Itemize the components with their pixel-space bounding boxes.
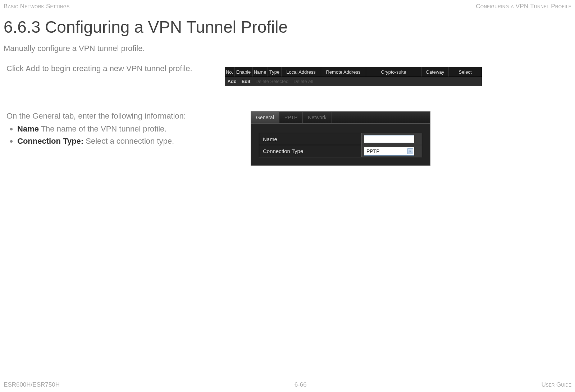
th-no: No.: [225, 67, 235, 77]
table-header-row: No. Enable Name Type Local Address Remot…: [225, 67, 482, 77]
table-button-row: Add Edit Delete Selected Delete All: [225, 77, 482, 86]
page-title: 6.6.3 Configuring a VPN Tunnel Profile: [4, 17, 575, 37]
th-local: Local Address: [282, 67, 321, 77]
step1-code: Add: [26, 65, 40, 74]
th-enable: Enable: [235, 67, 253, 77]
step1-pre: Click: [6, 64, 26, 73]
th-remote: Remote Address: [321, 67, 366, 77]
tab-general[interactable]: General: [251, 112, 279, 123]
page-footer: ESR600H/ESR750H 6-66 User Guide: [4, 381, 571, 388]
footer-right: User Guide: [541, 381, 571, 388]
name-input[interactable]: [364, 135, 414, 143]
tab-bar: General PPTP Network: [251, 112, 430, 124]
tab-pptp[interactable]: PPTP: [279, 112, 303, 123]
step1-post: to begin creating a new VPN tunnel profi…: [40, 64, 192, 73]
footer-center: 6-66: [295, 381, 307, 388]
delete-selected-button[interactable]: Delete Selected: [255, 79, 288, 84]
name-label: Name: [259, 133, 362, 145]
step-2-text: On the General tab, enter the following …: [6, 111, 186, 149]
conn-value: PPTP: [366, 148, 380, 154]
item-bold: Name: [17, 124, 39, 133]
step-1-text: Click Add to begin creating a new VPN tu…: [6, 64, 192, 74]
list-item: Connection Type: Select a connection typ…: [17, 137, 186, 146]
general-tab-panel: General PPTP Network Name Connection Typ…: [251, 111, 430, 166]
page-subtitle: Manually configure a VPN tunnel profile.: [4, 44, 575, 53]
add-button[interactable]: Add: [228, 79, 237, 84]
step-1-row: Click Add to begin creating a new VPN tu…: [6, 64, 575, 86]
step2-intro: On the General tab, enter the following …: [6, 111, 186, 121]
tab-network[interactable]: Network: [303, 112, 332, 123]
th-name: Name: [253, 67, 268, 77]
th-crypto: Crypto-suite: [366, 67, 422, 77]
form-row-name: Name: [259, 133, 422, 145]
form-row-conn: Connection Type PPTP ▾: [259, 145, 422, 157]
chevron-down-icon: ▾: [407, 148, 413, 154]
th-gateway: Gateway: [422, 67, 449, 77]
step2-list: Name The name of the VPN tunnel profile.…: [17, 124, 186, 146]
connection-type-select[interactable]: PPTP ▾: [364, 147, 414, 156]
delete-all-button[interactable]: Delete All: [293, 79, 313, 84]
edit-button[interactable]: Edit: [242, 79, 251, 84]
th-select: Select: [449, 67, 482, 77]
page-header: Basic Network Settings Configuring a VPN…: [0, 0, 575, 10]
step-2-row: On the General tab, enter the following …: [6, 111, 575, 166]
vpn-table-screenshot: No. Enable Name Type Local Address Remot…: [225, 67, 482, 86]
conn-label: Connection Type: [259, 145, 362, 157]
conn-cell: PPTP ▾: [362, 145, 422, 157]
name-cell: [362, 133, 422, 145]
header-right: Configuring a VPN Tunnel Profile: [476, 3, 571, 10]
item-rest: The name of the VPN tunnel profile.: [39, 124, 166, 133]
item-bold: Connection Type:: [17, 137, 83, 146]
footer-left: ESR600H/ESR750H: [4, 381, 60, 388]
item-rest: Select a connection type.: [83, 137, 174, 146]
header-left: Basic Network Settings: [4, 3, 70, 10]
th-type: Type: [268, 67, 282, 77]
list-item: Name The name of the VPN tunnel profile.: [17, 124, 186, 134]
form-area: Name Connection Type PPTP ▾: [251, 124, 430, 165]
